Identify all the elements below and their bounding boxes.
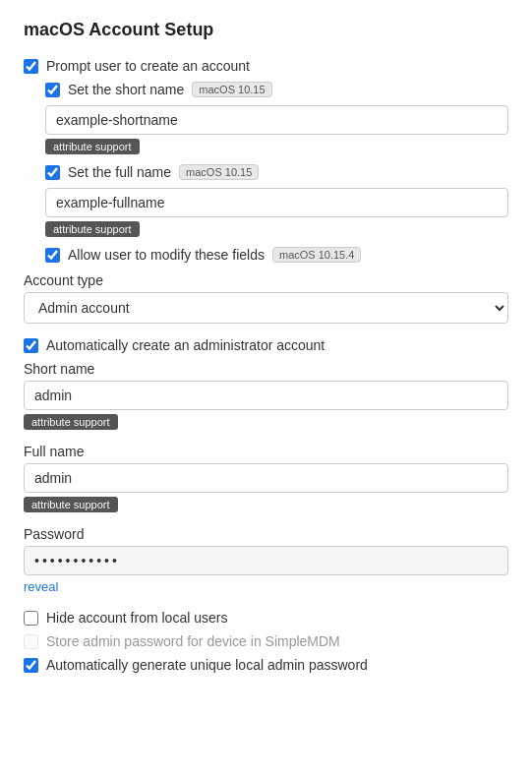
set-full-name-checkbox[interactable] [45, 165, 60, 180]
auto-admin-checkbox[interactable] [24, 338, 38, 353]
hide-account-checkbox[interactable] [24, 611, 38, 626]
short-name-input[interactable] [45, 105, 508, 135]
account-type-select[interactable]: Admin account Standard account [24, 292, 508, 324]
short-name-attr-btn[interactable]: attribute support [45, 139, 140, 154]
full-name-badge: macOS 10.15 [179, 164, 259, 180]
store-password-checkbox[interactable] [24, 634, 38, 649]
account-type-label: Account type [24, 272, 508, 288]
full-name-input[interactable] [45, 188, 508, 217]
admin-full-name-input[interactable] [24, 463, 508, 493]
allow-modify-badge: macOS 10.15.4 [272, 247, 361, 263]
admin-short-name-input[interactable] [24, 381, 508, 410]
reveal-link[interactable]: reveal [24, 579, 58, 594]
set-short-name-label: Set the short name [68, 82, 184, 97]
full-name-attr-btn[interactable]: attribute support [45, 221, 140, 237]
auto-generate-label: Automatically generate unique local admi… [46, 657, 368, 673]
set-short-name-checkbox[interactable] [45, 83, 60, 97]
short-name-badge: macOS 10.15 [192, 82, 271, 97]
prompt-user-checkbox[interactable] [24, 59, 38, 74]
admin-password-input[interactable] [24, 546, 508, 575]
admin-full-name-label: Full name [24, 444, 508, 459]
auto-admin-label: Automatically create an administrator ac… [46, 337, 325, 353]
auto-generate-checkbox[interactable] [24, 658, 38, 673]
prompt-user-label: Prompt user to create an account [46, 58, 250, 74]
admin-short-name-label: Short name [24, 361, 508, 377]
set-full-name-label: Set the full name [68, 164, 171, 180]
page-title: macOS Account Setup [24, 20, 508, 40]
allow-modify-checkbox[interactable] [45, 248, 60, 263]
store-password-label: Store admin password for device in Simpl… [46, 633, 340, 649]
admin-full-name-attr-btn[interactable]: attribute support [24, 497, 118, 512]
admin-short-name-attr-btn[interactable]: attribute support [24, 414, 118, 430]
allow-modify-label: Allow user to modify these fields [68, 247, 265, 263]
hide-account-label: Hide account from local users [46, 610, 227, 626]
admin-password-label: Password [24, 526, 508, 542]
